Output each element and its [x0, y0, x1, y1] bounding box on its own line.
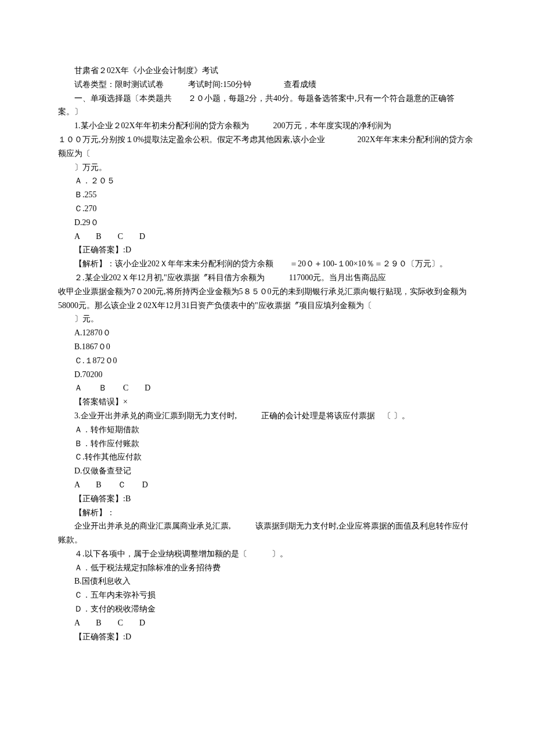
q3-option-d: D.仅做备查登记	[58, 464, 476, 478]
q4-answer: 【正确答案】:D	[58, 630, 476, 644]
q3-stem: 3.企业开出并承兑的商业汇票到期无力支付时, 正确的会计处理是将该应付票据 〔 …	[58, 409, 476, 423]
q4-stem: ４.以下各项中，属于企业纳税调整增加额的是〔 〕。	[58, 547, 476, 561]
q4-option-a: Ａ．低于税法规定扣除标准的业务招待费	[58, 561, 476, 575]
q1-option-b: Ｂ.255	[58, 188, 476, 202]
q1-stem-line1: 1.某小企业２02X年年初未分配利润的贷方余额为 200万元，本年度实现的净利润…	[58, 119, 476, 133]
q2-option-d: D.70200	[58, 368, 476, 382]
q1-choice-row: A B C D	[58, 230, 476, 244]
q2-answer: 【答案错误】×	[58, 395, 476, 409]
q1-stem-line3: 〕万元。	[58, 161, 476, 175]
q1-option-c: Ｃ.270	[58, 202, 476, 216]
q2-option-a: A.12870０	[58, 326, 476, 340]
q1-answer: 【正确答案】:D	[58, 243, 476, 257]
q3-option-c: Ｃ.转作其他应付款	[58, 450, 476, 464]
q4-choice-row: A B C D	[58, 616, 476, 630]
q2-choice-row: Ａ Ｂ C D	[58, 381, 476, 395]
q4-option-c: Ｃ．五年内未弥补亏损	[58, 588, 476, 602]
q2-option-b: B.1867０0	[58, 340, 476, 354]
q3-option-a: Ａ．转作短期借款	[58, 423, 476, 437]
q3-explain-body: 企业开出并承兑的商业汇票属商业承兑汇票, 该票据到期无力支付时,企业应将票据的面…	[58, 519, 476, 547]
q1-explain: 【解析】：该小企业202Ｘ年年末未分配利润的贷方余额 ＝20０＋100-１00×…	[58, 257, 476, 271]
q3-answer: 【正确答案】:B	[58, 492, 476, 506]
q1-option-a: Ａ．２０５	[58, 174, 476, 188]
q2-stem-line2: 收甲企业票据金额为7０200元,将所持丙企业金额为5８５０0元的未到期银行承兑汇…	[58, 285, 476, 313]
exam-title: 甘肃省２02X年《小企业会计制度》考试	[58, 64, 476, 78]
q1-stem-line2: １００万元,分别按１0%提取法定盈余公积。假定不考虑其他因素,该小企业 202X…	[58, 133, 476, 161]
q2-option-c: Ｃ.１872０0	[58, 354, 476, 368]
q3-choice-row: A B Ｃ D	[58, 478, 476, 492]
q3-option-b: Ｂ．转作应付账款	[58, 437, 476, 451]
q4-option-d: Ｄ．支付的税收滞纳金	[58, 602, 476, 616]
q2-stem-line3: 〕元。	[58, 312, 476, 326]
exam-document: 甘肃省２02X年《小企业会计制度》考试 试卷类型：限时测试试卷 考试时间:150…	[0, 0, 534, 667]
q2-stem-line1: ２.某企业202Ｘ年12月初,"应收票据〞科目借方余额为 117000元。当月出…	[58, 271, 476, 285]
q4-option-b: B.国债利息收入	[58, 574, 476, 588]
q3-explain-label: 【解析】：	[58, 506, 476, 520]
section-heading: 一、单项选择题〔本类题共 ２０小题，每题2分，共40分。每题备选答案中,只有一个…	[58, 92, 476, 120]
exam-meta: 试卷类型：限时测试试卷 考试时间:150分钟 查看成绩	[58, 78, 476, 92]
q1-option-d: D.29０	[58, 216, 476, 230]
